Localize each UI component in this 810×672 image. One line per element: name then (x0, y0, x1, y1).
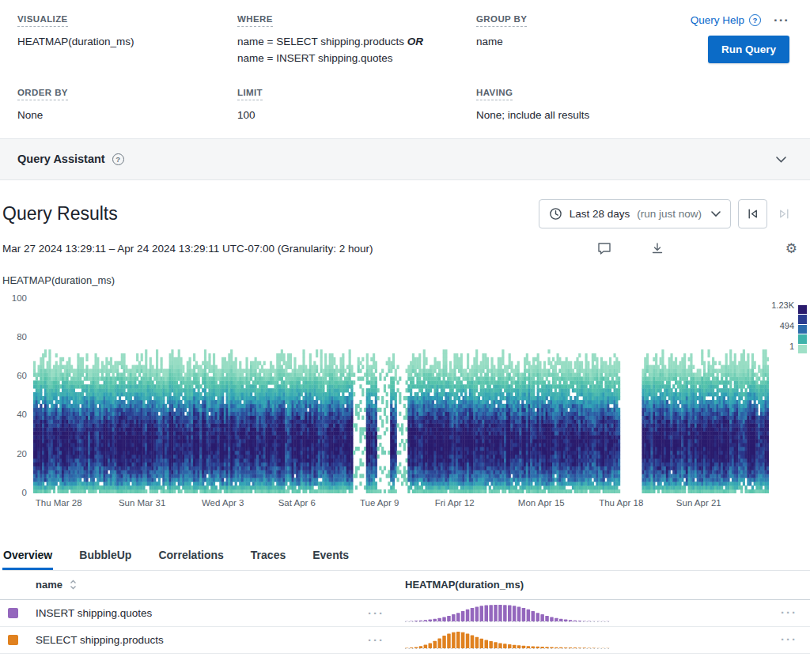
y-axis-label: 40 (0, 410, 27, 419)
download-button[interactable] (649, 240, 665, 256)
sort-icon[interactable] (70, 580, 77, 590)
column-header-heatmap: HEATMAP(duration_ms) (405, 579, 642, 591)
tab-bubbleup[interactable]: BubbleUp (78, 549, 132, 570)
where-line2: name = INSERT shipping.quotes (237, 52, 393, 64)
time-range-note: (run just now) (637, 208, 702, 220)
x-axis-labels: Thu Mar 28Sun Mar 31Wed Apr 3Sat Apr 6Tu… (33, 493, 769, 509)
row-menu-icon[interactable]: ··· (781, 632, 797, 646)
table-row[interactable]: SELECT shipping.products ··· ··· (0, 627, 810, 654)
results-table: name HEATMAP(duration_ms) INSERT shippin… (0, 571, 810, 654)
heatmap-chart: 1.23K4941 100806040200 (0, 299, 810, 493)
y-axis-label: 0 (0, 488, 27, 497)
chevron-down-icon[interactable] (776, 152, 786, 166)
settings-button[interactable]: ⚙ (784, 240, 799, 257)
query-assistant-title: Query Assistant (17, 153, 105, 165)
query-actions: Query Help ? ··· Run Query (680, 14, 789, 67)
tab-events[interactable]: Events (312, 549, 350, 570)
y-axis-label: 100 (0, 293, 27, 303)
help-icon: ? (749, 14, 761, 26)
query-assistant-bar[interactable]: Query Assistant ? (0, 138, 810, 180)
row-name: INSERT shipping.quotes (36, 607, 152, 619)
page-title: Query Results (2, 203, 539, 225)
run-query-button[interactable]: Run Query (708, 36, 789, 63)
query-help-label: Query Help (691, 14, 744, 26)
heatmap-plot[interactable] (33, 299, 769, 493)
row-options-icon[interactable]: ··· (368, 606, 384, 620)
gear-icon: ⚙ (785, 242, 797, 255)
group-by-value[interactable]: name (476, 34, 680, 51)
tab-traces[interactable]: Traces (250, 549, 286, 570)
results-tabs: Overview BubbleUp Correlations Traces Ev… (2, 549, 810, 571)
order-by-label: ORDER BY (17, 88, 237, 100)
legend-labels: 1.23K4941 (771, 300, 794, 351)
next-query-button (770, 199, 799, 228)
visualize-label: VISUALIZE (17, 14, 237, 27)
clause-order-by[interactable]: ORDER BY None (17, 88, 237, 124)
column-header-name[interactable]: name (36, 579, 62, 591)
having-label: HAVING (476, 88, 680, 100)
clause-limit[interactable]: LIMIT 100 (237, 88, 476, 124)
order-by-value[interactable]: None (17, 108, 237, 124)
chart-title: HEATMAP(duration_ms) (2, 274, 810, 286)
comment-icon (597, 242, 611, 255)
group-by-label: GROUP BY (476, 14, 680, 27)
x-axis-label: Thu Apr 18 (599, 498, 643, 508)
row-options-icon[interactable]: ··· (368, 633, 384, 647)
x-axis-label: Wed Apr 3 (202, 498, 244, 508)
series-swatch (8, 635, 18, 645)
x-axis-label: Sat Apr 6 (278, 498, 316, 508)
having-value[interactable]: None; include all results (476, 108, 680, 124)
y-axis-label: 80 (0, 332, 27, 342)
previous-query-button[interactable] (738, 199, 767, 228)
table-row[interactable]: INSERT shipping.quotes ··· ··· (0, 600, 810, 627)
time-range-label: Last 28 days (570, 208, 630, 220)
limit-label: LIMIT (237, 88, 476, 100)
where-label: WHERE (237, 14, 476, 27)
date-range-row: Mar 27 2024 13:29:11 – Apr 24 2024 13:29… (2, 240, 799, 257)
table-header-row: name HEATMAP(duration_ms) (0, 571, 810, 600)
time-range-dropdown[interactable]: Last 28 days (run just now) (539, 199, 731, 228)
clause-having[interactable]: HAVING None; include all results (476, 88, 680, 124)
tab-correlations[interactable]: Correlations (157, 549, 224, 570)
next-query-icon (777, 206, 792, 221)
chevron-down-icon (711, 208, 721, 220)
tab-overview[interactable]: Overview (2, 549, 53, 570)
x-axis-label: Sun Mar 31 (119, 498, 165, 508)
comment-button[interactable] (596, 240, 613, 257)
results-header: Query Results Last 28 days (run just now… (2, 199, 799, 228)
clause-where[interactable]: WHERE name = SELECT shipping.products OR… (237, 14, 476, 67)
date-range-text: Mar 27 2024 13:29:11 – Apr 24 2024 13:29… (2, 243, 373, 255)
x-axis-label: Mon Apr 15 (518, 498, 565, 508)
row-histogram (405, 602, 642, 624)
x-axis-label: Tue Apr 9 (360, 498, 399, 508)
series-swatch (8, 608, 18, 618)
clause-visualize[interactable]: VISUALIZE HEATMAP(duration_ms) (17, 14, 237, 67)
legend-swatches (798, 300, 807, 354)
assistant-help-icon: ? (112, 153, 124, 165)
x-axis-label: Fri Apr 12 (435, 498, 475, 508)
heatmap-legend: 1.23K4941 (771, 300, 807, 354)
row-histogram (405, 629, 642, 651)
where-operator: OR (407, 36, 423, 47)
visualize-value[interactable]: HEATMAP(duration_ms) (17, 34, 237, 51)
clause-group-by[interactable]: GROUP BY name (476, 14, 680, 67)
previous-query-icon (745, 206, 760, 221)
row-menu-icon[interactable]: ··· (781, 606, 797, 619)
more-options-icon[interactable]: ··· (774, 17, 789, 25)
row-name: SELECT shipping.products (36, 634, 164, 646)
x-axis-label: Sun Apr 21 (676, 498, 721, 508)
y-axis-label: 60 (0, 371, 27, 380)
x-axis-label: Thu Mar 28 (36, 498, 82, 508)
where-value[interactable]: name = SELECT shipping.products OR name … (237, 34, 476, 67)
where-line1: name = SELECT shipping.products (237, 36, 404, 47)
query-builder: VISUALIZE HEATMAP(duration_ms) WHERE nam… (0, 0, 810, 138)
clock-icon (549, 207, 562, 221)
y-axis-label: 20 (0, 449, 27, 459)
download-icon (651, 242, 664, 255)
query-help-link[interactable]: Query Help ? (691, 14, 761, 26)
limit-value[interactable]: 100 (237, 108, 476, 124)
